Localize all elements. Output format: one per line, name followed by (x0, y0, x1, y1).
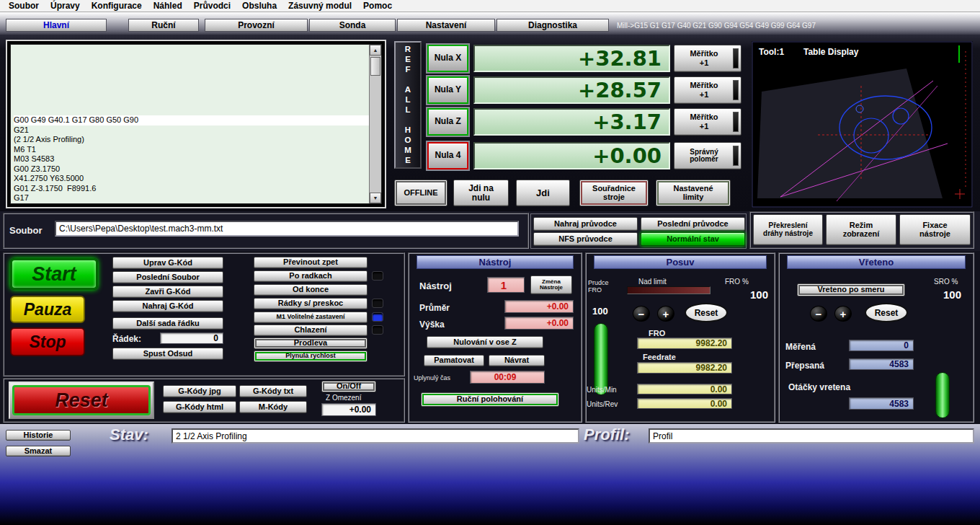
zero-4-button[interactable]: Nula 4 (427, 142, 468, 169)
ref-all-home-button[interactable]: REF ALL HOME (394, 41, 422, 169)
y-axis-dro[interactable]: +28.57 (473, 76, 670, 104)
menu-konfigurace[interactable]: Konfigurace (86, 1, 148, 11)
run-from-here-button[interactable]: Spust Odsud (112, 348, 223, 360)
a-axis-dro[interactable]: +0.00 (473, 142, 670, 169)
feedrate-dro[interactable]: 9982.20 (637, 362, 732, 374)
set-next-line-button[interactable]: Další sada řádku (112, 317, 223, 330)
menu-pomoc[interactable]: Pomoc (357, 1, 398, 11)
z-inhibit-dro[interactable]: +0.00 (321, 403, 376, 416)
goto-button[interactable]: Jdi (516, 180, 570, 206)
tab-provozni[interactable]: Provozní (205, 19, 308, 32)
gcodes-txt-button[interactable]: G-Kódy txt (239, 385, 307, 397)
feed-minus-button[interactable]: − (633, 306, 650, 322)
menu-upravy[interactable]: Úpravy (45, 1, 86, 11)
jog-mode-toggle-button[interactable]: Ruční polohování (421, 392, 559, 407)
mcodes-button[interactable]: M-Kódy (239, 401, 307, 413)
x-axis-dro[interactable]: +32.81 (473, 45, 670, 72)
scale-y-button[interactable]: Měřítko +1 (674, 76, 741, 104)
scale-x-button[interactable]: Měřítko +1 (674, 45, 741, 72)
dwell-button[interactable]: Prodleva (254, 338, 368, 349)
feed-plus-button[interactable]: + (657, 306, 674, 322)
tool-number-dro[interactable]: 1 (487, 277, 525, 293)
z-axis-dro[interactable]: +3.17 (473, 108, 670, 136)
spindle-cw-toggle-button[interactable]: Vreteno po smeru (797, 283, 905, 296)
spindle-plus-button[interactable]: + (834, 306, 852, 322)
goto-zero-button[interactable]: Jdi na nulu (453, 180, 509, 206)
tab-sonda[interactable]: Sonda (309, 19, 396, 32)
spindle-override-dro[interactable]: 4583 (849, 358, 914, 370)
tab-hlavni[interactable]: Hlavní (6, 19, 107, 32)
z-inhibit-onoff-button[interactable]: On/Off (321, 381, 376, 392)
last-wizard-button[interactable]: Poslední průvodce (641, 217, 745, 231)
gcodes-jpg-button[interactable]: G-Kódy jpg (163, 385, 236, 397)
menu-pruvodci[interactable]: Průvodci (188, 1, 236, 11)
touch-z-button[interactable]: Nulování v ose Z (427, 336, 543, 348)
feed-override-slider[interactable] (594, 323, 608, 395)
menu-obsluha[interactable]: Obsluha (236, 1, 282, 11)
recent-file-button[interactable]: Poslední Soubor (112, 271, 223, 283)
edit-gcode-button[interactable]: Uprav G-Kód (112, 257, 223, 269)
rapid-fro-label: Prudce FRO (588, 279, 618, 294)
menu-zasuvny-modul[interactable]: Zásuvný modul (282, 1, 357, 11)
scroll-down-icon[interactable]: ▼ (370, 193, 381, 203)
display-mode-button[interactable]: Režim zobrazení (826, 214, 896, 245)
nfs-wizard-button[interactable]: NFS průvodce (533, 232, 638, 246)
menu-soubor[interactable]: Soubor (3, 1, 45, 11)
reverse-button[interactable]: Od konce (254, 284, 368, 296)
radius-correct-button[interactable]: Správný poloměr (674, 142, 741, 169)
pause-button[interactable]: Pauza (10, 296, 85, 323)
toolpath-display[interactable]: Tool:1 Table Display (752, 41, 973, 208)
reset-button[interactable]: Reset (12, 385, 151, 415)
close-gcode-button[interactable]: Zavři G-Kód (112, 286, 223, 298)
line-number-dro[interactable]: 0 (160, 332, 223, 344)
regen-toolpath-button[interactable]: Překreslení dráhy nástroje (753, 214, 823, 245)
spindle-rpm-dro[interactable]: 4583 (849, 397, 914, 410)
gcode-line: G00 Z3.1750 (14, 164, 369, 175)
machine-coords-button[interactable]: Souřadnice stroje (579, 180, 649, 206)
tab-nastaveni[interactable]: Nastavení (397, 19, 495, 32)
load-gcode-button[interactable]: Nahraj G-Kód (112, 300, 223, 312)
tool-diameter-dro[interactable]: +0.00 (504, 300, 574, 313)
stop-button[interactable]: Stop (10, 327, 85, 356)
fro-dro[interactable]: 9982.20 (637, 338, 732, 349)
offline-button[interactable]: OFFLINE (394, 180, 447, 206)
zero-x-button[interactable]: Nula X (427, 45, 468, 72)
change-tool-button[interactable]: Změna Nástroje (530, 275, 572, 294)
file-path-input[interactable] (55, 221, 519, 237)
clear-status-button[interactable]: Smazat (6, 446, 71, 456)
gcode-line: M03 S4583 (14, 154, 369, 164)
spindle-minus-button[interactable]: − (810, 306, 827, 322)
spindle-reset-button[interactable]: Reset (865, 303, 908, 322)
start-button[interactable]: Start (10, 258, 98, 290)
rewind-button[interactable]: Převinout zpet (254, 257, 368, 268)
tool-height-dro[interactable]: +0.00 (504, 317, 574, 330)
spindle-override-slider[interactable] (935, 372, 950, 418)
scrollbar-track[interactable] (370, 76, 381, 193)
soft-limits-button[interactable]: Nastavené limity (656, 180, 731, 206)
load-wizard-button[interactable]: Nahraj průvodce (533, 217, 638, 231)
scrollbar-thumb[interactable] (370, 57, 380, 76)
gcode-scrollbar[interactable]: ▲ ▼ (369, 45, 381, 203)
gcodes-html-button[interactable]: G-Kódy html (163, 401, 236, 413)
cv-mode-button[interactable]: Plynulá rychlost (254, 350, 368, 362)
zero-z-button[interactable]: Nula Z (427, 108, 468, 136)
toolpath-tool-label: Tool:1 (759, 47, 784, 57)
remember-button[interactable]: Pamatovat (424, 355, 484, 366)
scroll-up-icon[interactable]: ▲ (370, 45, 381, 56)
return-button[interactable]: Návrat (489, 355, 545, 366)
history-button[interactable]: Historie (6, 430, 71, 441)
tab-diagnostika[interactable]: Diagnostika (496, 19, 609, 32)
gcode-viewer[interactable]: G00 G49 G40.1 G17 G80 G50 G90 G21 (2 1/2… (10, 44, 382, 204)
menu-nahled[interactable]: Náhled (148, 1, 188, 11)
feed-reset-button[interactable]: Reset (685, 303, 728, 322)
m1-optional-stop-button[interactable]: M1 Volitelné zastavení (254, 312, 368, 323)
normal-state-indicator[interactable]: Normální stav (641, 232, 745, 246)
scale-z-button[interactable]: Měřítko +1 (674, 108, 741, 136)
coolant-button[interactable]: Chlazení (254, 325, 368, 336)
tool-fix-button[interactable]: Fixace nástroje (899, 214, 971, 245)
zero-y-button[interactable]: Nula Y (427, 76, 468, 104)
scale-label: Měřítko (690, 50, 718, 58)
single-step-button[interactable]: Po radkach (254, 270, 368, 282)
tab-rucni[interactable]: Ruční (128, 19, 199, 32)
block-delete-button[interactable]: Rádky s/ preskoc (254, 298, 368, 309)
